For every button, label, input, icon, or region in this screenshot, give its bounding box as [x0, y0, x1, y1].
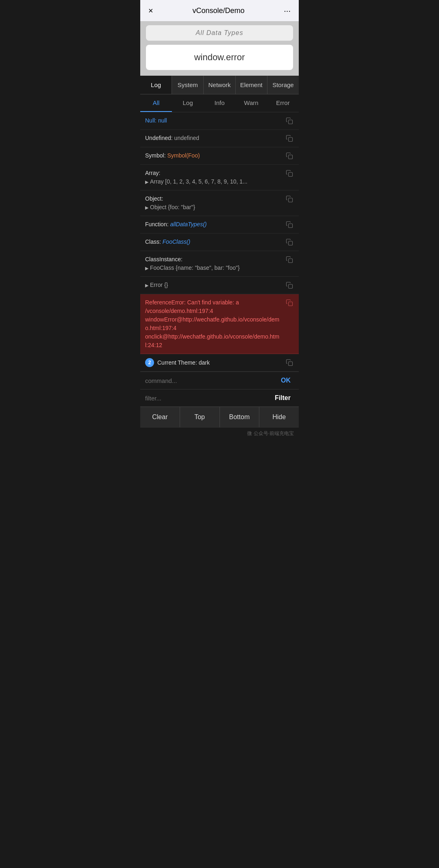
bottom-button[interactable]: Bottom: [220, 407, 260, 427]
bottom-bar: Clear Top Bottom Hide: [140, 407, 299, 427]
log-text: Array: ▶Array [0, 1, 2, 3, 4, 5, 6, 7, 8…: [145, 169, 282, 186]
subtab-all[interactable]: All: [140, 94, 172, 112]
log-row: Class: FooClass(): [140, 234, 299, 251]
tab-bar: Log System Network Element Storage: [140, 76, 299, 94]
copy-icon[interactable]: [285, 151, 294, 160]
tab-system[interactable]: System: [172, 76, 204, 94]
log-error-text: ReferenceError: Can't find variable: a /…: [145, 298, 282, 350]
page-title: vConsole/Demo: [192, 7, 244, 15]
command-row: OK: [140, 372, 299, 389]
tab-network[interactable]: Network: [204, 76, 235, 94]
log-theme-text: 2 Current Theme: dark: [145, 358, 282, 367]
log-row-theme: 2 Current Theme: dark: [140, 354, 299, 372]
log-text: Function: allDataTypes(): [145, 220, 282, 229]
watermark: 微 公众号·前端充电宝: [140, 427, 299, 440]
vconsole-panel: Log System Network Element Storage All L…: [140, 76, 299, 440]
svg-rect-9: [289, 302, 293, 306]
top-bar: × vConsole/Demo ···: [140, 0, 299, 21]
svg-rect-3: [289, 173, 293, 177]
log-text: ▶Error {}: [145, 281, 282, 289]
log-row: ClassInstance: ▶FooClass {name: "base", …: [140, 251, 299, 277]
window-error-button[interactable]: window.error: [146, 45, 293, 70]
close-icon[interactable]: ×: [148, 6, 153, 15]
url-bar: All Data Types: [146, 25, 293, 41]
copy-icon[interactable]: [285, 358, 294, 367]
copy-icon[interactable]: [285, 298, 294, 307]
clear-button[interactable]: Clear: [140, 407, 180, 427]
log-row: ▶Error {}: [140, 277, 299, 294]
svg-rect-0: [289, 120, 293, 124]
copy-icon[interactable]: [285, 134, 294, 143]
subtab-log[interactable]: Log: [172, 94, 204, 112]
log-row: Null: null: [140, 112, 299, 130]
log-row: Undefined: undefined: [140, 130, 299, 147]
svg-rect-6: [289, 241, 293, 245]
log-text: Object: ▶Object {foo: "bar"}: [145, 195, 282, 212]
filter-row: Filter: [140, 389, 299, 407]
copy-icon[interactable]: [285, 195, 294, 203]
command-input[interactable]: [145, 376, 274, 386]
log-content: Null: null Undefined: undefined: [140, 112, 299, 372]
copy-icon[interactable]: [285, 238, 294, 247]
log-text: Symbol: Symbol(Foo): [145, 151, 282, 160]
log-row: Function: allDataTypes(): [140, 216, 299, 234]
copy-icon[interactable]: [285, 281, 294, 290]
tab-element[interactable]: Element: [236, 76, 267, 94]
log-text: Class: FooClass(): [145, 238, 282, 246]
filter-button[interactable]: Filter: [272, 393, 294, 403]
subtab-warn[interactable]: Warn: [235, 94, 267, 112]
copy-icon[interactable]: [285, 220, 294, 229]
subtab-error[interactable]: Error: [267, 94, 299, 112]
svg-rect-1: [289, 138, 293, 142]
svg-rect-10: [289, 362, 293, 366]
command-ok-button[interactable]: OK: [278, 375, 294, 386]
hide-button[interactable]: Hide: [259, 407, 299, 427]
svg-rect-5: [289, 224, 293, 228]
tab-storage[interactable]: Storage: [267, 76, 299, 94]
theme-badge: 2: [145, 358, 154, 367]
log-row-error: ReferenceError: Can't find variable: a /…: [140, 294, 299, 354]
tab-log[interactable]: Log: [140, 76, 172, 94]
log-row: Symbol: Symbol(Foo): [140, 147, 299, 165]
copy-icon[interactable]: [285, 116, 294, 125]
svg-rect-2: [289, 155, 293, 159]
top-button[interactable]: Top: [180, 407, 220, 427]
log-text: Null: null: [145, 116, 282, 125]
copy-icon[interactable]: [285, 169, 294, 178]
log-text: ClassInstance: ▶FooClass {name: "base", …: [145, 255, 282, 272]
browser-content: All Data Types window.error: [140, 21, 299, 76]
more-icon[interactable]: ···: [284, 6, 291, 15]
log-text: Undefined: undefined: [145, 134, 282, 142]
subtab-info[interactable]: Info: [204, 94, 235, 112]
svg-rect-8: [289, 284, 293, 289]
filter-input[interactable]: [145, 393, 268, 403]
log-row: Object: ▶Object {foo: "bar"}: [140, 190, 299, 216]
svg-rect-7: [289, 259, 293, 263]
log-row: Array: ▶Array [0, 1, 2, 3, 4, 5, 6, 7, 8…: [140, 165, 299, 190]
copy-icon[interactable]: [285, 255, 294, 264]
sub-tab-bar: All Log Info Warn Error: [140, 94, 299, 112]
svg-rect-4: [289, 198, 293, 202]
